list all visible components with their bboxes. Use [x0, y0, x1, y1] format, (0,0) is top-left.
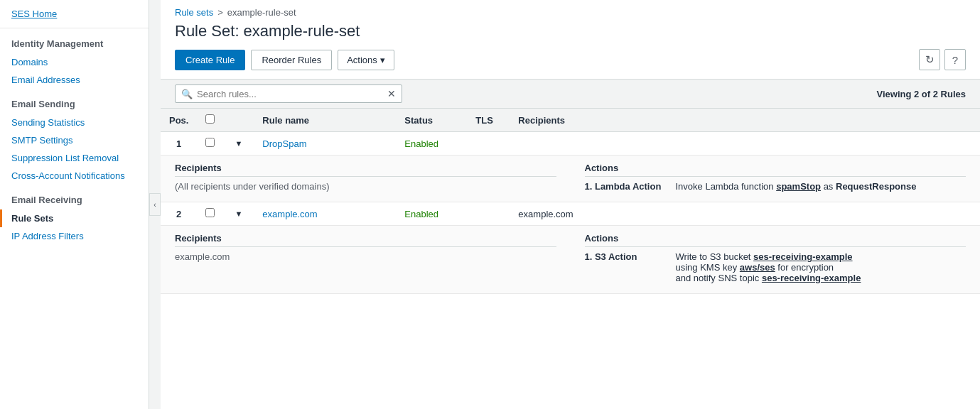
- col-header-status: Status: [396, 109, 467, 132]
- sidebar-item-rule-sets[interactable]: Rule Sets: [0, 209, 149, 227]
- search-input[interactable]: [197, 89, 383, 99]
- rule-status-2: Enabled: [396, 202, 467, 226]
- rule-detail-recipients-1: Recipients (All recipients under verifie…: [175, 163, 556, 192]
- col-header-pos: Pos.: [161, 109, 197, 132]
- rule-expand-button-1[interactable]: ▼: [232, 138, 245, 149]
- rule-detail-row-2: Recipients example.com Actions 1. S3 Act…: [161, 226, 980, 294]
- action-num-1: 1. Lambda Action: [585, 181, 670, 192]
- actions-content-2: 1. S3 Action Write to S3 bucket ses-rece…: [585, 251, 966, 283]
- action-desc-prefix-1: Invoke Lambda function: [676, 181, 774, 192]
- refresh-button[interactable]: ↻: [919, 49, 940, 70]
- actions-label: Actions: [347, 55, 377, 65]
- sidebar-item-domains[interactable]: Domains: [0, 53, 149, 71]
- rule-detail-cell-2: Recipients example.com Actions 1. S3 Act…: [161, 226, 980, 294]
- rule-check-2: [197, 202, 223, 226]
- create-rule-button[interactable]: Create Rule: [175, 50, 245, 70]
- page-title: Rule Set: example-rule-set: [161, 21, 980, 49]
- select-all-checkbox[interactable]: [205, 114, 215, 124]
- action-key-2: aws/ses: [740, 262, 775, 273]
- action-item-2: 1. S3 Action Write to S3 bucket ses-rece…: [585, 251, 966, 283]
- rule-detail-row-1: Recipients (All recipients under verifie…: [161, 156, 980, 202]
- rule-detail-actions-1: Actions 1. Lambda Action Invoke Lambda f…: [585, 163, 966, 192]
- rule-detail-cell-1: Recipients (All recipients under verifie…: [161, 156, 980, 202]
- search-bar: 🔍 ✕ Viewing 2 of 2 Rules: [161, 79, 980, 109]
- action-value-2: Write to S3 bucket ses-receiving-example…: [676, 251, 861, 283]
- table-row: 1 ▼ DropSpam Enabled: [161, 132, 980, 156]
- toolbar-right: ↻ ?: [919, 49, 966, 70]
- action-line3-prefix-2: and notify SNS topic: [676, 273, 760, 283]
- sidebar-item-sending-statistics[interactable]: Sending Statistics: [0, 114, 149, 131]
- action-func-name-1: spamStop: [776, 181, 821, 192]
- rule-pos-1: 1: [161, 132, 197, 156]
- actions-dropdown-button[interactable]: Actions ▾: [338, 50, 394, 70]
- actions-header-1: Actions: [585, 163, 966, 177]
- rule-tls-2: [467, 202, 510, 226]
- rule-tls-1: [467, 132, 510, 156]
- help-button[interactable]: ?: [944, 49, 966, 70]
- rule-checkbox-2[interactable]: [205, 208, 215, 217]
- sidebar-item-smtp-settings[interactable]: SMTP Settings: [0, 131, 149, 149]
- main-content: Rule sets > example-rule-set Rule Set: e…: [161, 0, 980, 409]
- action-line2-suffix-2: for encryption: [777, 262, 834, 273]
- rule-arrow-1: ▼: [223, 132, 254, 156]
- action-topic-2: ses-receiving-example: [762, 273, 861, 283]
- rule-name-link-2[interactable]: example.com: [262, 209, 317, 219]
- action-bucket-2: ses-receiving-example: [753, 251, 852, 262]
- col-header-tls: TLS: [467, 109, 510, 132]
- actions-chevron-icon: ▾: [380, 55, 385, 65]
- rule-check-1: [197, 132, 223, 156]
- rule-name-2: example.com: [254, 202, 396, 226]
- rule-arrow-2: ▼: [223, 202, 254, 226]
- action-line1-prefix-2: Write to S3 bucket: [676, 251, 751, 262]
- col-header-check: [197, 109, 223, 132]
- ses-home-link[interactable]: SES Home: [0, 0, 149, 28]
- rule-recipients-2: example.com: [510, 202, 980, 226]
- sidebar-item-ip-filters[interactable]: IP Address Filters: [0, 227, 149, 245]
- search-icon: 🔍: [181, 89, 193, 99]
- rule-status-badge-1: Enabled: [404, 138, 438, 149]
- rule-detail-inner-1: Recipients (All recipients under verifie…: [175, 163, 966, 192]
- action-line2-prefix-2: using KMS key: [676, 262, 738, 273]
- sidebar-item-suppression-list[interactable]: Suppression List Removal: [0, 149, 149, 167]
- recipients-header-1: Recipients: [175, 163, 556, 177]
- table-row: 2 ▼ example.com Enabled example.com: [161, 202, 980, 226]
- recipients-text-1: (All recipients under verified domains): [175, 181, 556, 192]
- rule-expand-button-2[interactable]: ▼: [232, 208, 245, 219]
- rule-status-1: Enabled: [396, 132, 467, 156]
- breadcrumb-current: example-rule-set: [227, 7, 296, 18]
- toolbar: Create Rule Reorder Rules Actions ▾ ↻ ?: [161, 49, 980, 79]
- rule-status-badge-2: Enabled: [404, 209, 438, 219]
- rule-detail-actions-2: Actions 1. S3 Action Write to S3 bucket …: [585, 233, 966, 283]
- breadcrumb-rule-sets-link[interactable]: Rule sets: [175, 7, 213, 18]
- rule-name-link-1[interactable]: DropSpam: [262, 138, 306, 149]
- sidebar-item-cross-account[interactable]: Cross-Account Notifications: [0, 167, 149, 185]
- recipients-header-2: Recipients: [175, 233, 556, 247]
- rule-detail-inner-2: Recipients example.com Actions 1. S3 Act…: [175, 233, 966, 283]
- rule-checkbox-1[interactable]: [205, 138, 215, 147]
- viewing-count-text: Viewing 2 of 2 Rules: [877, 89, 966, 99]
- sidebar-item-email-addresses[interactable]: Email Addresses: [0, 71, 149, 89]
- search-clear-icon[interactable]: ✕: [387, 88, 396, 99]
- reorder-rules-button[interactable]: Reorder Rules: [251, 50, 332, 70]
- rules-table: Pos. Rule name Status TLS Recipients 1 ▼…: [161, 109, 980, 294]
- action-value-1: Invoke Lambda function spamStop as Reque…: [676, 181, 917, 192]
- table-header-row: Pos. Rule name Status TLS Recipients: [161, 109, 980, 132]
- rule-name-1: DropSpam: [254, 132, 396, 156]
- action-num-2: 1. S3 Action: [585, 251, 670, 262]
- actions-content-1: 1. Lambda Action Invoke Lambda function …: [585, 181, 966, 192]
- action-desc-middle-1: as: [824, 181, 834, 192]
- sidebar-collapse-button[interactable]: ‹: [149, 193, 161, 216]
- col-header-recipients: Recipients: [510, 109, 980, 132]
- rule-detail-recipients-2: Recipients example.com: [175, 233, 556, 283]
- breadcrumb-separator: >: [217, 7, 223, 18]
- recipients-text-2: example.com: [175, 251, 556, 262]
- col-header-arrow: [223, 109, 254, 132]
- identity-management-header: Identity Management: [0, 28, 149, 53]
- email-sending-header: Email Sending: [0, 89, 149, 114]
- search-input-wrapper: 🔍 ✕: [175, 84, 402, 103]
- action-type-1: RequestResponse: [836, 181, 916, 192]
- action-item-1: 1. Lambda Action Invoke Lambda function …: [585, 181, 966, 192]
- email-receiving-header: Email Receiving: [0, 185, 149, 209]
- rule-recipients-1: [510, 132, 980, 156]
- rule-pos-2: 2: [161, 202, 197, 226]
